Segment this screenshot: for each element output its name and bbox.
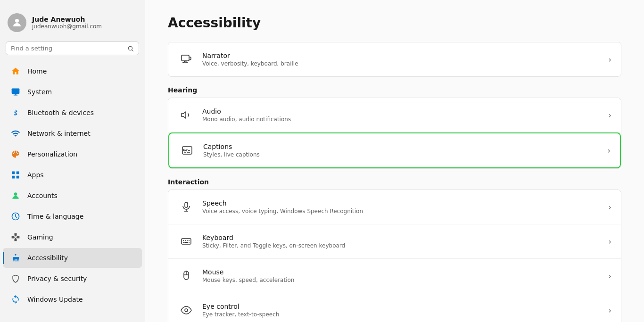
svg-text:CC: CC [183, 149, 188, 152]
keyboard-item[interactable]: Keyboard Sticky, Filter, and Toggle keys… [168, 224, 621, 259]
mouse-title: Mouse [202, 268, 609, 276]
sidebar-item-network[interactable]: Network & internet [3, 124, 142, 143]
sidebar-item-home-label: Home [27, 67, 47, 75]
sidebar: Jude Anewuoh judeanwuoh@gmail.com Home [0, 0, 145, 322]
user-info: Jude Anewuoh judeanwuoh@gmail.com [32, 16, 102, 30]
svg-line-2 [132, 50, 133, 51]
sidebar-item-system[interactable]: System [3, 82, 142, 102]
svg-point-38 [185, 309, 188, 312]
sidebar-item-bluetooth[interactable]: Bluetooth & devices [3, 103, 142, 123]
interaction-card: Speech Voice access, voice typing, Windo… [168, 190, 621, 322]
page-title: Accessibility [168, 15, 621, 31]
keyboard-chevron: › [609, 237, 611, 246]
audio-subtitle: Mono audio, audio notifications [202, 116, 609, 123]
captions-text: Captions Styles, live captions [203, 143, 608, 158]
svg-rect-3 [12, 89, 20, 94]
sidebar-item-time-label: Time & language [27, 213, 83, 220]
mouse-icon [178, 267, 195, 284]
speech-text: Speech Voice access, voice typing, Windo… [202, 199, 609, 215]
narrator-chevron: › [609, 55, 611, 64]
audio-text: Audio Mono audio, audio notifications [202, 107, 609, 123]
speech-item[interactable]: Speech Voice access, voice typing, Windo… [168, 190, 621, 224]
apps-icon [10, 170, 21, 180]
narrator-subtitle: Voice, verbosity, keyboard, braille [202, 60, 609, 67]
sidebar-item-time[interactable]: Time & language [3, 206, 142, 226]
privacy-icon [10, 273, 21, 284]
keyboard-title: Keyboard [202, 234, 609, 241]
svg-point-1 [128, 46, 132, 50]
audio-item[interactable]: Audio Mono audio, audio notifications › [168, 98, 621, 132]
eye-control-item[interactable]: Eye control Eye tracker, text-to-speech … [168, 293, 621, 322]
sidebar-item-home[interactable]: Home [3, 61, 142, 81]
gaming-icon [10, 232, 21, 242]
mouse-text: Mouse Mouse keys, speed, acceleration [202, 268, 609, 283]
bluetooth-icon [10, 107, 21, 118]
search-input[interactable] [11, 45, 124, 52]
sidebar-item-privacy[interactable]: Privacy & security [3, 269, 142, 289]
svg-point-12 [15, 254, 16, 256]
sidebar-item-gaming[interactable]: Gaming [3, 227, 142, 247]
keyboard-text: Keyboard Sticky, Filter, and Toggle keys… [202, 234, 609, 249]
sidebar-item-system-label: System [27, 88, 52, 96]
sidebar-item-accessibility-label: Accessibility [27, 254, 68, 262]
narrator-item[interactable]: Narrator Voice, verbosity, keyboard, bra… [168, 42, 621, 76]
speech-chevron: › [609, 203, 611, 212]
svg-rect-27 [182, 239, 191, 244]
accounts-icon [10, 190, 21, 201]
avatar [8, 13, 26, 32]
sidebar-item-personalization[interactable]: Personalization [3, 144, 142, 164]
user-name: Jude Anewuoh [32, 16, 102, 23]
svg-point-0 [15, 19, 19, 23]
svg-point-10 [14, 192, 17, 196]
home-icon [10, 66, 21, 76]
captions-chevron: › [608, 146, 611, 155]
svg-rect-9 [17, 176, 19, 179]
interaction-section-header: Interaction [168, 178, 621, 186]
sidebar-item-personalization-label: Personalization [27, 150, 77, 158]
speech-subtitle: Voice access, voice typing, Windows Spee… [202, 208, 609, 215]
narrator-title: Narrator [202, 52, 609, 59]
svg-marker-17 [182, 112, 186, 118]
sidebar-item-privacy-label: Privacy & security [27, 275, 87, 282]
sidebar-item-accounts[interactable]: Accounts [3, 186, 142, 206]
captions-icon: CC [179, 142, 196, 159]
user-email: judeanwuoh@gmail.com [32, 23, 102, 30]
svg-rect-6 [12, 172, 15, 174]
main-content: Accessibility Narrator Voice, verbosity,… [145, 0, 644, 322]
mouse-chevron: › [609, 272, 611, 281]
narrator-card: Narrator Voice, verbosity, keyboard, bra… [168, 42, 621, 77]
svg-rect-13 [182, 55, 189, 61]
system-icon [10, 87, 21, 97]
personalization-icon [10, 149, 21, 159]
captions-subtitle: Styles, live captions [203, 151, 608, 158]
captions-item[interactable]: CC Captions Styles, live captions › [168, 132, 621, 168]
update-icon [10, 294, 21, 305]
sidebar-item-update-label: Windows Update [27, 296, 83, 303]
sidebar-item-accessibility[interactable]: Accessibility [3, 248, 142, 268]
time-icon [10, 211, 21, 222]
hearing-card: Audio Mono audio, audio notifications › … [168, 98, 621, 169]
sidebar-item-gaming-label: Gaming [27, 233, 53, 241]
eye-control-subtitle: Eye tracker, text-to-speech [202, 311, 609, 318]
eye-control-title: Eye control [202, 303, 609, 310]
captions-title: Captions [203, 143, 608, 150]
svg-rect-8 [12, 176, 15, 179]
narrator-icon [178, 51, 195, 68]
sidebar-item-apps-label: Apps [27, 171, 44, 179]
sidebar-item-bluetooth-label: Bluetooth & devices [27, 109, 94, 116]
eye-control-icon [178, 302, 195, 319]
svg-rect-4 [14, 95, 17, 96]
speech-title: Speech [202, 199, 609, 207]
sidebar-item-apps[interactable]: Apps [3, 165, 142, 185]
mouse-item[interactable]: Mouse Mouse keys, speed, acceleration › [168, 259, 621, 293]
mouse-subtitle: Mouse keys, speed, acceleration [202, 277, 609, 283]
search-icon [127, 45, 134, 52]
user-profile: Jude Anewuoh judeanwuoh@gmail.com [0, 8, 145, 40]
speech-icon [178, 198, 195, 215]
svg-rect-5 [15, 94, 16, 95]
eye-control-chevron: › [609, 306, 611, 315]
sidebar-item-update[interactable]: Windows Update [3, 289, 142, 309]
eye-control-text: Eye control Eye tracker, text-to-speech [202, 303, 609, 318]
search-box[interactable] [6, 41, 139, 55]
audio-chevron: › [609, 111, 611, 120]
